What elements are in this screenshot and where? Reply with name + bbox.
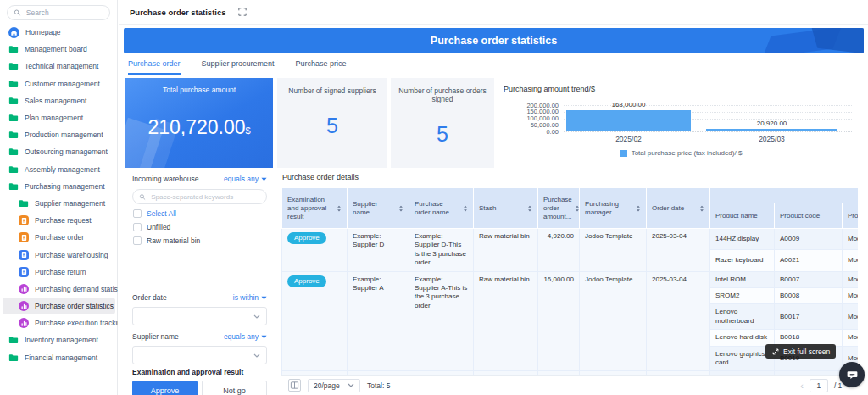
column-header-supplier-name[interactable]: Supplier name bbox=[348, 188, 409, 229]
chat-bubble-icon bbox=[846, 369, 859, 381]
sidebar-item-financial-management[interactable]: Financial management bbox=[0, 349, 118, 366]
x-category-label: 2025/03 bbox=[706, 135, 837, 143]
bar-2025-03[interactable] bbox=[706, 129, 837, 131]
sort-icon[interactable] bbox=[699, 205, 704, 212]
not-go-filter-button[interactable]: Not go bbox=[202, 381, 267, 395]
exit-full-screen-button[interactable]: Exit full screen bbox=[765, 344, 836, 359]
sidebar-item-purchase-execution-tracking[interactable]: Purchase execution tracking ... bbox=[0, 314, 118, 331]
checkbox-icon[interactable] bbox=[133, 209, 142, 218]
purchasing-amount-trend-chart: Purchasing amount trend/$ 200,000.00 150… bbox=[498, 78, 864, 168]
sidebar-nav: Homepage Management board Technical mana… bbox=[0, 24, 118, 366]
sidebar-item-inventory-management[interactable]: Inventory management bbox=[0, 331, 118, 348]
sort-icon[interactable] bbox=[636, 205, 641, 212]
bar-2025-02[interactable] bbox=[566, 110, 691, 131]
cell-supplier: Example: Supplier D bbox=[348, 229, 409, 272]
order-date-select[interactable] bbox=[132, 307, 267, 325]
cell-product-name: SROM2 bbox=[710, 287, 775, 303]
dashboard-tabs: Purchase order Supplier procurement Purc… bbox=[128, 59, 347, 75]
folder-icon bbox=[8, 79, 19, 89]
sidebar-item-outsourcing-management[interactable]: Outsourcing management bbox=[0, 143, 118, 160]
current-page-input[interactable]: 1 bbox=[810, 379, 828, 392]
sidebar-item-purchase-order[interactable]: Purchase order bbox=[0, 229, 118, 246]
total-purchase-amount-card: Total purchase amount 210,720.00$ bbox=[125, 78, 273, 168]
column-header-amount[interactable]: Purchase order amount... bbox=[538, 188, 580, 229]
cell-order-date: 2025-03-04 bbox=[647, 271, 710, 371]
sidebar-item-purchase-warehousing[interactable]: Purchase warehousing bbox=[0, 246, 118, 263]
sidebar-search-input[interactable] bbox=[25, 8, 103, 18]
sidebar-item-production-management[interactable]: Production management bbox=[0, 126, 118, 143]
column-header-approval-result[interactable]: Examination and approval result bbox=[282, 188, 348, 229]
supplier-name-select[interactable] bbox=[132, 346, 267, 364]
tab-purchase-price[interactable]: Purchase price bbox=[296, 59, 347, 75]
sort-icon[interactable] bbox=[463, 205, 468, 212]
sidebar-item-purchasing-demand-statistics[interactable]: Purchasing demand statistics bbox=[0, 281, 118, 298]
sidebar-item-sales-management[interactable]: Sales management bbox=[0, 92, 118, 109]
sidebar-item-assembly-management[interactable]: Assembly management bbox=[0, 161, 118, 178]
fullscreen-icon[interactable] bbox=[238, 8, 247, 16]
sidebar-item-plan-management[interactable]: Plan management bbox=[0, 109, 118, 126]
open-tab-title[interactable]: Purchase order statistics bbox=[130, 8, 226, 17]
tab-purchase-order[interactable]: Purchase order bbox=[128, 59, 181, 75]
approve-filter-button[interactable]: Approve bbox=[132, 381, 198, 395]
cell-product-code: A0009 bbox=[775, 229, 843, 250]
column-header-product-name[interactable]: Product name bbox=[710, 203, 775, 229]
sidebar-item-label: Purchase order bbox=[35, 233, 84, 242]
sidebar-item-purchasing-management[interactable]: Purchasing management bbox=[0, 178, 118, 195]
sort-icon[interactable] bbox=[337, 205, 342, 212]
filter-panel: Incoming warehouse equals any Select All… bbox=[132, 175, 267, 395]
sidebar-search[interactable] bbox=[7, 5, 110, 20]
sidebar-item-purchase-order-statistics[interactable]: Purchase order statistics bbox=[3, 298, 115, 314]
sidebar-item-label: Technical management bbox=[25, 62, 98, 70]
sidebar-item-label: Purchase execution tracking ... bbox=[35, 319, 118, 327]
order-date-operator-dropdown[interactable]: is within bbox=[233, 293, 267, 302]
caret-down-icon bbox=[261, 177, 267, 181]
exit-full-screen-label: Exit full screen bbox=[783, 348, 830, 356]
card-label: Number of purchase orders signed bbox=[391, 86, 494, 103]
checkbox-icon[interactable] bbox=[133, 223, 142, 231]
sidebar-item-homepage[interactable]: Homepage bbox=[0, 24, 118, 41]
sidebar-item-purchase-request[interactable]: Purchase request bbox=[0, 212, 118, 229]
warehouse-search-input[interactable] bbox=[149, 192, 260, 202]
sort-icon[interactable] bbox=[527, 205, 532, 212]
product-group-header bbox=[710, 188, 859, 203]
sort-icon[interactable] bbox=[398, 205, 403, 212]
chart-plot-area: 200,000.00 150,000.00 100,000.00 50,000.… bbox=[564, 105, 852, 131]
cell-product-name: Razer keyboard bbox=[710, 250, 775, 271]
home-icon bbox=[8, 27, 19, 38]
checkbox-select-all[interactable]: Select All bbox=[133, 209, 176, 218]
sidebar-item-purchase-return[interactable]: Purchase return bbox=[0, 264, 118, 281]
bar-value-label: 20,920.00 bbox=[706, 120, 837, 127]
signed-suppliers-card: Number of signed suppliers 5 bbox=[277, 78, 387, 168]
tab-supplier-procurement[interactable]: Supplier procurement bbox=[202, 59, 275, 75]
folder-icon bbox=[8, 181, 19, 192]
checkbox-icon[interactable] bbox=[133, 236, 142, 245]
cell-supplier: Example: Supplier A bbox=[348, 271, 409, 371]
cell-stash: Raw material bin bbox=[474, 271, 538, 371]
cell-product-model: Modu. bbox=[843, 250, 859, 271]
column-header-purchasing-manager[interactable]: Purchasing manager bbox=[580, 188, 647, 229]
checkbox-raw-material-bin[interactable]: Raw material bin bbox=[133, 236, 200, 245]
page-size-select[interactable]: 20/page bbox=[308, 379, 360, 392]
column-header-order-date[interactable]: Order date bbox=[647, 188, 710, 229]
column-settings-icon[interactable] bbox=[288, 379, 301, 392]
sidebar-item-label: Supplier management bbox=[35, 199, 105, 208]
sidebar-item-customer-management[interactable]: Customer management bbox=[0, 75, 118, 92]
warehouse-operator-dropdown[interactable]: equals any bbox=[224, 175, 267, 183]
column-header-product-code[interactable]: Product code bbox=[775, 203, 843, 229]
column-header-purchase-order-name[interactable]: Purchase order name bbox=[409, 188, 474, 229]
sort-icon[interactable] bbox=[575, 205, 580, 212]
sidebar-item-technical-management[interactable]: Technical management bbox=[0, 58, 118, 75]
supplier-operator-dropdown[interactable]: equals any bbox=[224, 332, 267, 341]
prev-page-button[interactable]: ‹ bbox=[800, 381, 804, 391]
approval-result-filter-label: Examination and approval result bbox=[132, 368, 243, 376]
checkbox-unfilled[interactable]: Unfilled bbox=[133, 223, 170, 231]
cell-order-date: 2025-03-04 bbox=[647, 229, 710, 272]
chat-support-button[interactable] bbox=[839, 362, 865, 387]
column-header-stash[interactable]: Stash bbox=[474, 188, 538, 229]
sidebar-item-supplier-management[interactable]: Supplier management bbox=[0, 195, 118, 212]
warehouse-keyword-search[interactable] bbox=[132, 189, 267, 204]
sidebar-item-management-board[interactable]: Management board bbox=[0, 41, 118, 58]
cell-order-name: Example: Supplier A-This is the 3 purcha… bbox=[409, 271, 474, 371]
cell-product-model: Mod bbox=[843, 304, 859, 330]
column-header-product-model[interactable]: Produ... bbox=[843, 203, 859, 229]
